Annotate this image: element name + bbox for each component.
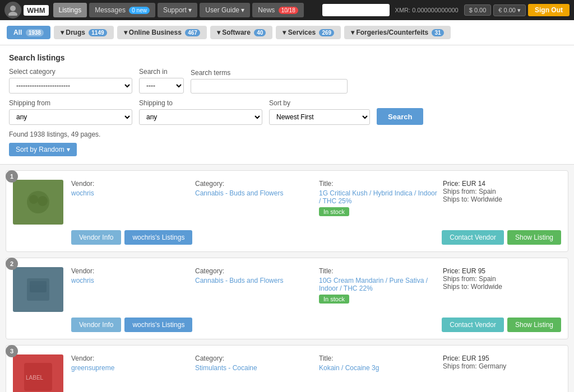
svg-rect-6 <box>30 281 47 292</box>
vendor-listings-btn-1[interactable]: wochris's Listings <box>124 230 192 245</box>
search-in-form-group: Search in ---- <box>139 68 184 94</box>
category-form-group: Select category ------------------------ <box>9 68 132 94</box>
category-col-3: Category: Stimulants - Cocaine <box>195 354 313 372</box>
ships-from-2: Ships from: Spain <box>443 275 561 283</box>
listings-container: 1 Vendor: wochris Category: Cannabis - B… <box>0 165 574 392</box>
nav-search-input[interactable] <box>322 4 390 16</box>
title-col-2: Title: 10G Cream Mandarin / Pure Sativa … <box>319 267 437 304</box>
search-title: Search listings <box>9 53 565 62</box>
shipto-select[interactable]: any <box>139 109 262 125</box>
forgeries-badge: 31 <box>432 29 443 36</box>
xmr-balance: XMR: 0.000000000000 <box>395 7 459 13</box>
vendor-info-btn-2[interactable]: Vendor Info <box>71 318 121 332</box>
usd-balance-btn[interactable]: $ 0.00 <box>464 4 492 16</box>
show-listing-btn-1[interactable]: Show Listing <box>507 230 561 245</box>
search-in-select[interactable]: ---- <box>139 78 184 94</box>
title-col-1: Title: 1G Critical Kush / Hybrid Indica … <box>319 180 437 216</box>
all-badge: 1938 <box>26 29 44 36</box>
listing-image-3: LABEL <box>13 354 63 392</box>
category-link-2[interactable]: Cannabis - Buds and Flowers <box>195 277 313 284</box>
svg-point-4 <box>38 196 48 206</box>
vendor-link-2[interactable]: wochris <box>71 277 189 284</box>
found-text: Found 1938 listings, 49 pages. <box>9 130 565 138</box>
listing-card-2: 2 Vendor: wochris Category: Cannabis - B… <box>6 258 568 339</box>
listing-number-2: 2 <box>6 258 18 270</box>
vendor-col-2: Vendor: wochris <box>71 267 189 304</box>
cat-tab-online[interactable]: ▾ Online Business 467 <box>117 26 207 39</box>
shipfrom-form-group: Shipping from any <box>9 99 132 125</box>
listing-image-1 <box>13 180 63 225</box>
vendor-link-3[interactable]: greensupreme <box>71 364 189 372</box>
price-col-2: Price: EUR 95 Ships from: Spain Ships to… <box>443 267 561 304</box>
news-badge: 10/18 <box>279 7 298 14</box>
listing-actions-2: Vendor Info wochris's Listings Contact V… <box>13 318 561 332</box>
cat-tab-software[interactable]: ▾ Software 40 <box>210 26 272 39</box>
software-badge: 40 <box>254 29 266 36</box>
search-terms-input[interactable] <box>191 79 348 94</box>
cat-tab-all[interactable]: All 1938 <box>7 26 50 39</box>
price-text-2: Price: EUR 95 <box>443 267 561 275</box>
svg-point-0 <box>10 6 16 11</box>
avatar <box>4 2 21 18</box>
listing-actions-1: Vendor Info wochris's Listings Contact V… <box>13 230 561 245</box>
search-section: Search listings Select category --------… <box>0 45 574 165</box>
signout-button[interactable]: Sign Out <box>528 4 570 16</box>
category-col-1: Category: Cannabis - Buds and Flowers <box>195 180 313 216</box>
category-link-3[interactable]: Stimulants - Cocaine <box>195 364 313 372</box>
price-text-1: Price: EUR 14 <box>443 180 561 188</box>
drugs-badge: 1149 <box>89 29 107 36</box>
sort-random-button[interactable]: Sort by Random ▾ <box>9 143 77 156</box>
online-badge: 467 <box>185 29 200 36</box>
ships-from-3: Ships from: Germany <box>443 362 561 370</box>
contact-vendor-btn-2[interactable]: Contact Vendor <box>442 318 504 332</box>
listing-number-1: 1 <box>6 170 18 183</box>
search-button[interactable]: Search <box>377 108 423 125</box>
cat-tab-services[interactable]: ▾ Services 269 <box>276 26 341 39</box>
svg-text:LABEL: LABEL <box>26 375 44 381</box>
sortby-select[interactable]: Newest First <box>269 109 370 125</box>
in-stock-badge-1: In stock <box>319 207 349 216</box>
listing-number-3: 3 <box>6 345 18 357</box>
news-nav-btn[interactable]: News 10/18 <box>252 3 303 17</box>
cat-tab-forgeries[interactable]: ▾ Forgeries/Counterfeits 31 <box>344 26 450 39</box>
title-link-2[interactable]: 10G Cream Mandarin / Pure Sativa / Indoo… <box>319 277 437 292</box>
svg-point-3 <box>29 195 38 204</box>
vendor-link-1[interactable]: wochris <box>71 189 189 197</box>
logo-text: WHM <box>24 5 49 16</box>
title-link-1[interactable]: 1G Critical Kush / Hybrid Indica / Indoo… <box>319 189 437 205</box>
ships-from-1: Ships from: Spain <box>443 188 561 195</box>
vendor-info-btn-1[interactable]: Vendor Info <box>71 230 121 245</box>
sortby-form-group: Sort by Newest First <box>269 99 370 125</box>
ships-to-2: Ships to: Worldwide <box>443 283 561 291</box>
vendor-col-1: Vendor: wochris <box>71 180 189 216</box>
vendor-col-3: Vendor: greensupreme <box>71 354 189 372</box>
category-tabs: All 1938 ▾ Drugs 1149 ▾ Online Business … <box>0 20 574 45</box>
shipto-form-group: Shipping to any <box>139 99 262 125</box>
category-col-2: Category: Cannabis - Buds and Flowers <box>195 267 313 304</box>
cat-tab-drugs[interactable]: ▾ Drugs 1149 <box>54 26 114 39</box>
shipto-label: Shipping to <box>139 99 262 107</box>
shipfrom-select[interactable]: any <box>9 109 132 125</box>
search-in-label: Search in <box>139 68 184 76</box>
logo: WHM <box>4 2 49 18</box>
messages-nav-btn[interactable]: Messages 0 new <box>89 3 155 17</box>
top-navigation: WHM Listings Messages 0 new Support ▾ Us… <box>0 0 574 20</box>
price-text-3: Price: EUR 195 <box>443 354 561 362</box>
category-select[interactable]: ------------------------ <box>9 78 132 94</box>
support-nav-btn[interactable]: Support ▾ <box>158 3 197 17</box>
services-badge: 269 <box>319 29 334 36</box>
svg-point-1 <box>8 12 17 16</box>
in-stock-badge-2: In stock <box>319 295 349 304</box>
vendor-listings-btn-2[interactable]: wochris's Listings <box>124 318 192 332</box>
title-link-3[interactable]: Kokain / Cocaine 3g <box>319 364 437 372</box>
category-link-1[interactable]: Cannabis - Buds and Flowers <box>195 189 313 197</box>
show-listing-btn-2[interactable]: Show Listing <box>507 318 561 332</box>
listing-card-1: 1 Vendor: wochris Category: Cannabis - B… <box>6 170 568 252</box>
price-col-1: Price: EUR 14 Ships from: Spain Ships to… <box>443 180 561 216</box>
price-col-3: Price: EUR 195 Ships from: Germany <box>443 354 561 372</box>
title-col-3: Title: Kokain / Cocaine 3g <box>319 354 437 372</box>
contact-vendor-btn-1[interactable]: Contact Vendor <box>442 230 504 245</box>
listings-nav-btn[interactable]: Listings <box>53 3 87 17</box>
eur-balance-btn[interactable]: € 0.00 ▾ <box>493 4 526 16</box>
userguide-nav-btn[interactable]: User Guide ▾ <box>200 3 250 17</box>
